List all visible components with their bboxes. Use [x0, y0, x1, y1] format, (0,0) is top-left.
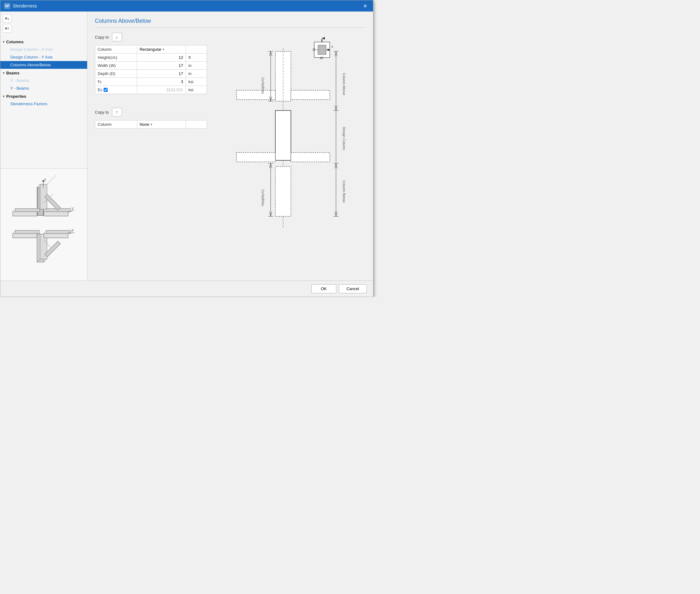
below-col-header-type[interactable]: None ▾ — [137, 121, 186, 129]
section-columns[interactable]: ▾ Columns — [0, 38, 87, 45]
ec-label: Ec — [95, 86, 137, 94]
section-columns-label: Columns — [6, 39, 24, 44]
svg-rect-55 — [291, 153, 330, 162]
section-beams[interactable]: ▾ Beams — [0, 69, 87, 76]
below-col-header-empty — [186, 121, 207, 129]
col-header-column: Column — [95, 45, 137, 54]
width-input[interactable]: 17 — [137, 62, 186, 70]
dropdown-arrow-icon: ▾ — [163, 47, 164, 51]
cancel-button[interactable]: Cancel — [339, 284, 367, 293]
x-axis-label: X — [71, 229, 74, 232]
svg-rect-53 — [275, 110, 291, 160]
table-row-depth: Depth (D) 17 in — [95, 70, 207, 78]
svg-line-13 — [13, 208, 15, 212]
table-row-header: Column Rectangular ▾ — [95, 45, 207, 54]
copy-to-above-label: Copy to — [95, 35, 109, 39]
close-button[interactable]: ✕ — [360, 2, 369, 10]
svg-line-23 — [13, 230, 15, 233]
copy-to-below-label: Copy to — [95, 110, 109, 114]
copy-to-above-row: Copy to ↓ — [95, 33, 207, 41]
content-panel: Columns Above/Below Copy to ↓ — [88, 11, 373, 280]
svg-rect-41 — [318, 45, 326, 55]
below-dropdown-arrow-icon: ▾ — [150, 123, 152, 126]
svg-rect-27 — [44, 233, 68, 238]
z-axis-label: Z — [43, 178, 46, 182]
col-header-empty — [186, 45, 207, 54]
content-with-diagram: Copy to ↓ Column Rectangul — [95, 33, 365, 251]
sort-down-button[interactable]: ≡↓ — [3, 14, 11, 23]
footer: OK Cancel — [0, 280, 373, 297]
sidebar-item-design-col-x[interactable]: Design Column - X Axis — [0, 45, 87, 53]
sidebar-toolbar: ≡↓ ≡↑ — [0, 11, 87, 35]
svg-rect-52 — [291, 90, 330, 100]
col-header-type[interactable]: Rectangular ▾ — [137, 45, 186, 54]
sidebar-item-cols-above-below[interactable]: Columns Above/Below — [0, 61, 87, 69]
svg-rect-54 — [237, 153, 275, 162]
svg-rect-17 — [44, 212, 68, 216]
sidebar-item-slenderness-factors[interactable]: Slenderness Factors — [0, 100, 87, 108]
svg-line-4 — [37, 184, 40, 188]
titlebar: SP Slenderness ✕ — [0, 0, 373, 11]
form-section: Copy to ↓ Column Rectangul — [95, 33, 207, 251]
depth-label: Depth (D) — [95, 70, 137, 78]
main-content: ≡↓ ≡↑ ▾ Columns Design Column - X Axis D… — [0, 11, 373, 280]
window-title: Slenderness — [13, 3, 360, 8]
height-input[interactable]: 12 — [137, 54, 186, 62]
ec-checkbox[interactable] — [104, 88, 108, 92]
table-row-height: Height(c/c) 12 ft — [95, 54, 207, 62]
svg-line-33 — [47, 175, 56, 184]
svg-text:Height(c/c): Height(c/c) — [261, 189, 265, 206]
svg-text:Height(c/c): Height(c/c) — [261, 77, 265, 94]
3d-preview: Z Y X — [0, 168, 87, 280]
y-axis-label: Y — [71, 207, 74, 210]
table-row-width: Width (W) 17 in — [95, 62, 207, 70]
main-window: SP Slenderness ✕ ≡↓ ≡↑ ▾ Columns D — [0, 0, 373, 297]
svg-rect-16 — [15, 208, 39, 212]
ec-value: 3122.021 — [137, 86, 186, 94]
copy-to-below-button[interactable]: ↑ — [112, 108, 122, 117]
diagram-section: x y D W — [219, 33, 365, 251]
depth-unit: in — [186, 70, 207, 78]
section-beams-label: Beams — [6, 71, 20, 75]
section-properties-label: Properties — [6, 94, 26, 99]
sidebar-item-y-beams[interactable]: Y - Beams — [0, 85, 87, 92]
svg-text:D: D — [313, 47, 315, 52]
copy-to-above-button[interactable]: ↓ — [112, 33, 122, 41]
chevron-columns-icon: ▾ — [3, 40, 4, 43]
height-label: Height(c/c) — [95, 54, 137, 62]
ok-button[interactable]: OK — [311, 284, 336, 293]
app-icon: SP — [4, 3, 10, 9]
fc-input[interactable]: 3 — [137, 78, 186, 86]
chevron-beams-icon: ▾ — [3, 71, 4, 75]
above-table: Column Rectangular ▾ Heig — [95, 45, 207, 94]
chevron-properties-icon: ▾ — [3, 95, 4, 98]
ec-unit: ksi — [186, 86, 207, 94]
svg-rect-22 — [13, 233, 37, 238]
below-table-row-header: Column None ▾ — [95, 121, 207, 129]
svg-text:W: W — [320, 56, 323, 60]
below-type-dropdown-value: None — [140, 122, 149, 127]
svg-line-28 — [44, 230, 46, 233]
type-dropdown-value: Rectangular — [140, 47, 162, 52]
sidebar-item-x-beams[interactable]: X - Beams — [0, 76, 87, 85]
depth-input[interactable]: 17 — [137, 70, 186, 78]
svg-rect-51 — [237, 90, 275, 100]
section-properties[interactable]: ▾ Properties — [0, 92, 87, 100]
sort-up-button[interactable]: ≡↑ — [3, 24, 11, 33]
svg-rect-56 — [275, 167, 291, 217]
svg-rect-12 — [13, 212, 37, 216]
svg-line-9 — [44, 259, 47, 262]
fc-unit: ksi — [186, 78, 207, 86]
fc-label: f'c — [95, 78, 137, 86]
height-unit: ft — [186, 54, 207, 62]
sidebar-item-design-col-y[interactable]: Design Column - Y Axis — [0, 53, 87, 61]
svg-text:Column Above: Column Above — [342, 73, 346, 95]
below-col-header-column: Column — [95, 121, 137, 129]
svg-text:Design Column: Design Column — [342, 127, 346, 150]
structural-diagram: x y D W — [227, 33, 358, 251]
width-unit: in — [186, 62, 207, 70]
svg-text:x: x — [331, 44, 333, 48]
sidebar: ≡↓ ≡↑ ▾ Columns Design Column - X Axis D… — [0, 11, 88, 280]
below-table: Column None ▾ — [95, 120, 207, 129]
wireframe-diagram: Z Y X — [3, 175, 84, 274]
